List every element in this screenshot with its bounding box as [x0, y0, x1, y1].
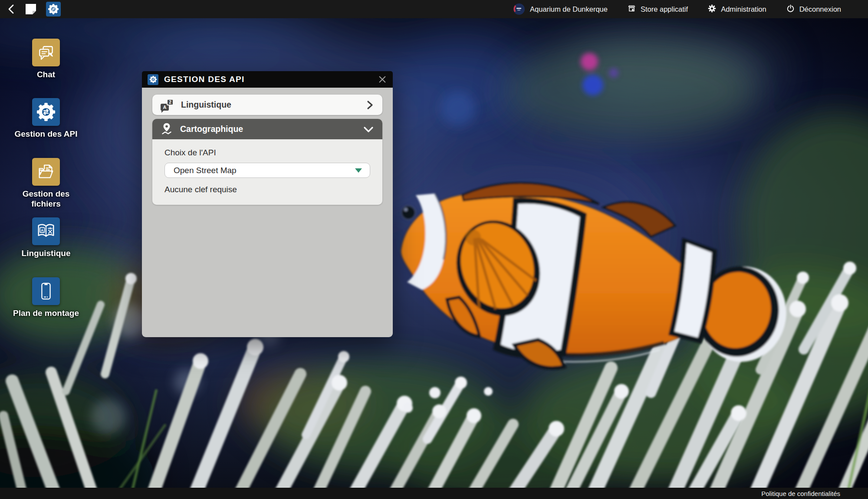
api-choice-label: Choix de l'API — [164, 148, 370, 158]
api-app-taskbar-icon[interactable] — [46, 2, 61, 16]
administration-label: Administration — [721, 5, 766, 13]
aquarium-logo-icon — [513, 3, 525, 15]
store-menu-item[interactable]: Store applicatif — [628, 4, 688, 14]
logout-menu-item[interactable]: Déconnexion — [786, 4, 841, 14]
map-pin-icon — [161, 122, 173, 137]
back-icon[interactable] — [7, 4, 16, 14]
api-key-note: Aucune clef requise — [164, 185, 370, 194]
gear-sync-icon — [32, 98, 60, 126]
window-title-bar[interactable]: GESTION DES API — [142, 71, 393, 88]
desktop-icon-label: Gestion des fichiers — [8, 189, 84, 209]
api-gear-badge-icon — [148, 74, 158, 85]
account-name: Aquarium de Dunkerque — [530, 5, 608, 13]
desktop-icon-label: Chat — [8, 69, 84, 79]
desktop-icon-label: Gestion des API — [8, 129, 84, 139]
logout-label: Déconnexion — [799, 5, 841, 13]
window-title: GESTION DES API — [164, 75, 245, 84]
gear-icon — [708, 4, 716, 14]
store-icon — [628, 4, 636, 14]
page-icon[interactable] — [25, 3, 36, 15]
translate-icon: A 2 — [161, 99, 174, 111]
screen: Aquarium de Dunkerque Store applicatif — [0, 0, 868, 499]
chevron-down-icon — [363, 125, 374, 134]
store-label: Store applicatif — [641, 5, 688, 13]
desktop-icon-label: Linguistique — [8, 248, 84, 258]
desktop-icon-label: Plan de montage — [8, 308, 84, 318]
desktop-icon-plan-de-montage[interactable]: Plan de montage — [8, 277, 84, 318]
accordion-cartographique: Cartographique Choix de l'API Open Stree… — [152, 119, 382, 205]
api-select[interactable]: Open Street Map — [164, 163, 370, 178]
chat-bubbles-icon — [32, 39, 60, 66]
window-body: A 2 Linguistique — [142, 88, 393, 337]
cartographique-content: Choix de l'API Open Street Map Aucune cl… — [152, 139, 382, 205]
section-label: Linguistique — [181, 100, 231, 110]
select-dropdown-arrow-icon — [355, 168, 362, 173]
bottom-bar: Politique de confidentialités — [0, 488, 868, 499]
desktop-icon-linguistique[interactable]: A Linguistique — [8, 217, 84, 258]
desktop-icon-chat[interactable]: Chat — [8, 39, 84, 79]
chevron-right-icon — [365, 99, 374, 111]
smartphone-icon — [32, 277, 60, 305]
api-select-value: Open Street Map — [174, 166, 237, 175]
gestion-des-api-window: GESTION DES API A 2 Linguistique — [142, 71, 393, 337]
cartographique-header[interactable]: Cartographique — [152, 119, 382, 139]
aquarium-wallpaper — [0, 0, 868, 499]
folder-files-icon — [32, 158, 60, 186]
power-icon — [786, 4, 795, 14]
account-menu[interactable]: Aquarium de Dunkerque — [513, 3, 608, 15]
close-icon[interactable] — [378, 75, 387, 84]
desktop-icon-gestion-des-api[interactable]: Gestion des API — [8, 98, 84, 139]
top-bar: Aquarium de Dunkerque Store applicatif — [0, 0, 868, 18]
translate-book-icon: A — [32, 217, 60, 245]
accordion-linguistique[interactable]: A 2 Linguistique — [152, 95, 382, 115]
privacy-policy-link[interactable]: Politique de confidentialités — [761, 490, 840, 497]
section-label: Cartographique — [180, 124, 243, 134]
desktop-icon-gestion-des-fichiers[interactable]: Gestion des fichiers — [8, 158, 84, 209]
administration-menu-item[interactable]: Administration — [708, 4, 766, 14]
svg-text:A: A — [41, 228, 44, 233]
